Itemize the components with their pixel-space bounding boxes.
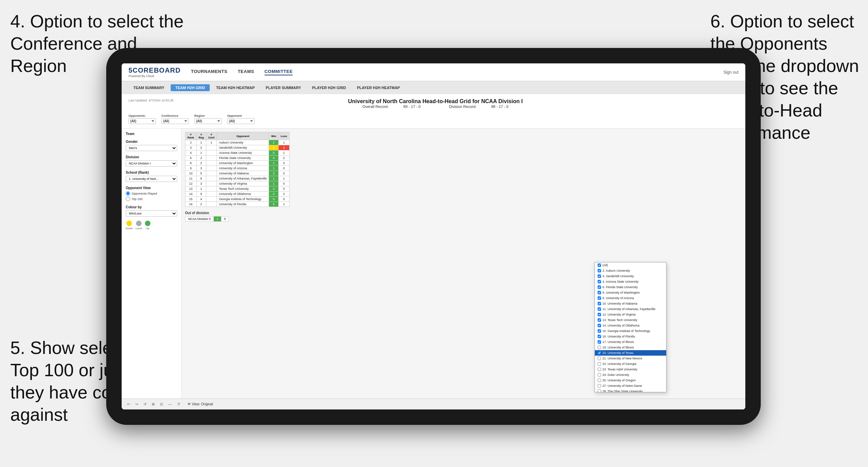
cell-rank: 15 [185,197,197,202]
table-row: 11 6 University of Arkansas, Fayettevill… [185,176,290,181]
toolbar-clock[interactable]: ⏱ [176,402,182,407]
conference-select[interactable]: (All) [161,118,189,124]
dropdown-item[interactable]: 15. Georgia Institute of Technology [595,328,666,334]
out-of-division-label: Out of division [185,211,742,215]
toolbar-reset[interactable]: ↺ [142,402,148,407]
toolbar-view-label: 👁 View: Original [187,402,213,406]
report-title: University of North Carolina Head-to-Hea… [173,98,697,105]
cell-opponent: University of Washington [217,161,269,166]
region-label: Region [194,114,222,118]
dropdown-item[interactable]: 23. Texas A&M University [595,367,666,372]
dropdown-item[interactable]: 2. Auburn University [595,268,666,273]
dropdown-item[interactable]: 13. Texas Tech University [595,317,666,323]
cell-reg: 1 [196,186,206,192]
dropdown-item[interactable]: 25. University of Oregon [595,378,666,383]
dropdown-item[interactable]: 16. University of Florida [595,334,666,339]
sidebar-gender-label: Gender [126,140,177,144]
table-row: 16 2 University of Florida 5 1 [185,202,290,207]
dropdown-item[interactable]: 9. University of Arizona [595,295,666,301]
tab-player-h2h-grid[interactable]: PLAYER H2H GRID [307,84,351,91]
dropdown-item[interactable]: 8. University of Washington [595,290,666,295]
cell-win: 2 [269,140,279,145]
tab-player-h2h-heatmap[interactable]: PLAYER H2H HEATMAP [352,84,405,91]
tab-team-summary[interactable]: TEAM SUMMARY [129,84,169,91]
dropdown-item[interactable]: 6. Florida State University [595,284,666,290]
opponent-dropdown[interactable]: (All)2. Auburn University3. Vanderbilt U… [595,262,667,392]
cell-loss: 0 [279,166,290,171]
dropdown-item[interactable]: 20. University of Texas [595,350,666,356]
cell-reg: 3 [196,166,206,171]
sidebar-school-select[interactable]: 1. University of Nort... [126,176,177,182]
col-win: Win [269,132,279,140]
toolbar-copy[interactable]: ⊡ [159,402,164,407]
cell-rank: 14 [185,192,197,197]
table-row: 15 4 Georgia Institute of Technology 5 0 [185,197,290,202]
content-header-top: Last Updated: 4/7/2024 16:55:38 Universi… [129,98,738,109]
cell-conf [206,176,217,181]
sidebar-colour-select[interactable]: Win/Loss [126,210,177,217]
content-body: Team Gender Men's Division NCAA Division… [122,128,745,398]
toolbar-undo[interactable]: ↩ [126,402,131,407]
tab-team-h2h-heatmap[interactable]: TEAM H2H HEATMAP [211,84,259,91]
cell-loss: 0 [279,171,290,176]
cell-win: 0 [269,145,279,150]
tab-team-h2h-grid[interactable]: TEAM H2H GRID [171,84,210,91]
nav-teams[interactable]: TEAMS [238,69,254,75]
opponents-select[interactable]: (All) [129,118,156,124]
cell-conf [206,197,217,202]
dropdown-item[interactable]: (All) [595,262,666,268]
nav-tournaments[interactable]: TOURNAMENTS [191,69,227,75]
content-header: Last Updated: 4/7/2024 16:55:38 Universi… [122,94,745,128]
dropdown-item[interactable]: 17. University of Illinois [595,339,666,345]
region-select[interactable]: (All) [194,118,222,124]
table-row: 9 3 University of Arizona 1 0 [185,166,290,171]
dropdown-item[interactable]: 3. Vanderbilt University [595,273,666,279]
down-dot [126,221,132,226]
sidebar-gender-section: Gender Men's [126,140,177,151]
sidebar-school-section: School (Rank) 1. University of Nort... [126,171,177,182]
dropdown-item[interactable]: 18. University of Illinois [595,345,666,350]
cell-rank: 4 [185,150,197,156]
record-info: Overall Record: 89 - 17 - 0 Division Rec… [173,105,697,109]
nav-committee[interactable]: COMMITTEE [265,69,293,75]
sidebar-opponent-view-label: Opponent View [126,186,177,190]
cell-rank: 10 [185,171,197,176]
tab-player-summary[interactable]: PLAYER SUMMARY [261,84,306,91]
cell-reg: 2 [196,145,206,150]
dropdown-item[interactable]: 28. The Ohio State University [595,389,666,392]
logo-sub: Powered By Cloud [129,74,181,78]
cell-rank: 2 [185,140,197,145]
sidebar-division-select[interactable]: NCAA Division I [126,160,177,167]
signout-link[interactable]: Sign out [723,70,738,75]
dropdown-item[interactable]: 22. University of Georgia [595,361,666,367]
dropdown-item[interactable]: 21. University of New Mexico [595,356,666,361]
cell-loss: 2 [279,156,290,161]
cell-opponent: Auburn University [217,140,269,145]
dropdown-item[interactable]: 10. University of Alabama [595,301,666,306]
sidebar-team-label: Team [126,132,177,136]
cell-opponent: Arizona State University [217,150,269,156]
legend-level: Level [135,221,142,230]
opponent-label: Opponent [227,114,255,118]
sidebar-gender-select[interactable]: Men's [126,145,177,151]
toolbar-dash[interactable]: — [167,402,173,407]
cell-reg: 4 [196,197,206,202]
toolbar-grid[interactable]: ⊞ [150,402,156,407]
cell-conf [206,145,217,150]
radio-opponents-played[interactable]: Opponents Played [126,191,177,196]
cell-conf [206,171,217,176]
toolbar-redo[interactable]: ↪ [134,402,139,407]
cell-opponent: University of Florida [217,202,269,207]
dropdown-item[interactable]: 24. Duke University [595,372,666,378]
dropdown-item[interactable]: 14. University of Oklahoma [595,323,666,328]
radio-top-100[interactable]: Top 100 [126,197,177,201]
logo-text: 5COREBOARD [129,66,181,74]
cell-win: 1 [269,176,279,181]
dropdown-item[interactable]: 12. University of Virginia [595,312,666,317]
cell-win: 3 [269,186,279,192]
dropdown-item[interactable]: 4. Arizona State University [595,279,666,284]
opponent-select[interactable]: (All) [227,118,255,124]
dropdown-item[interactable]: 11. University of Arkansas, Fayetteville [595,306,666,312]
dropdown-item[interactable]: 27. University of Notre Dame [595,383,666,389]
cell-win: 5 [269,150,279,156]
